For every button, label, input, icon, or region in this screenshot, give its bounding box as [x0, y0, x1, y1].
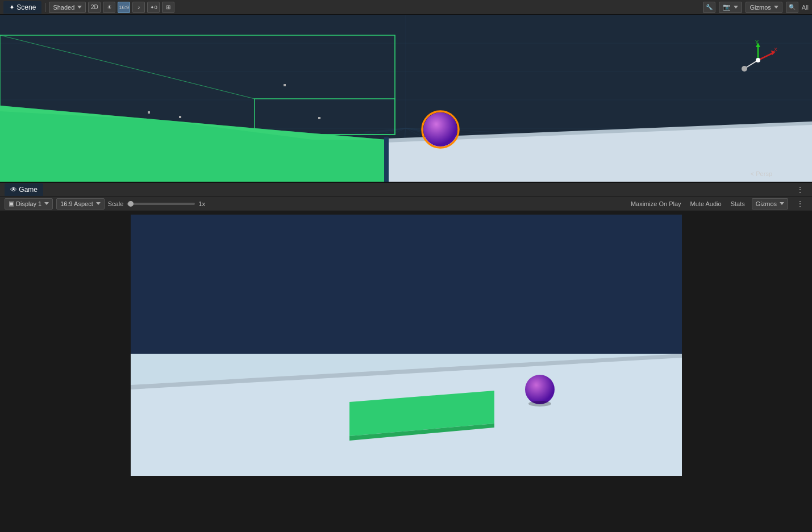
- game-tab-label: Game: [19, 186, 38, 194]
- svg-line-11: [57, 128, 406, 182]
- display-icon: ▣: [9, 200, 14, 207]
- svg-line-20: [406, 128, 812, 162]
- below-game-area: [0, 476, 812, 532]
- game-tab-dots-icon[interactable]: ⋮: [793, 185, 807, 194]
- game-tabbar: 👁 Game ⋮: [0, 182, 812, 196]
- svg-line-23: [0, 128, 406, 174]
- 2d-label: 2D: [91, 4, 98, 10]
- svg-marker-32: [0, 106, 386, 182]
- 2d-button[interactable]: 2D: [88, 2, 101, 13]
- scene-tab-label: Scene: [16, 3, 36, 11]
- svg-point-46: [742, 66, 747, 72]
- scene-tab-icon: ✦: [9, 3, 15, 11]
- maximize-on-play-btn[interactable]: Maximize On Play: [628, 200, 684, 208]
- svg-rect-34: [284, 84, 286, 86]
- camera-icon: 📷: [723, 3, 731, 11]
- svg-line-24: [0, 128, 406, 162]
- svg-rect-38: [384, 137, 389, 182]
- game-panel: 👁 Game ⋮ ▣ Display 1 16:9 Aspect Scale 1…: [0, 182, 812, 532]
- svg-point-47: [756, 58, 760, 62]
- effects-icon: ✦0: [150, 5, 157, 10]
- svg-point-57: [528, 401, 551, 407]
- svg-line-16: [406, 128, 625, 182]
- shaded-dropdown[interactable]: Shaded: [49, 2, 86, 13]
- stats-btn[interactable]: Stats: [728, 200, 747, 208]
- svg-rect-0: [0, 15, 812, 182]
- game-tab-icon: 👁: [10, 186, 17, 194]
- game-gizmos-dropdown[interactable]: Gizmos: [752, 198, 788, 210]
- svg-rect-37: [318, 117, 320, 119]
- audio-icon-btn[interactable]: ♪: [132, 2, 145, 13]
- gizmo-svg: Y X: [738, 40, 778, 80]
- camera-dropdown[interactable]: 📷: [719, 2, 742, 13]
- light-icon: ☀: [107, 4, 112, 10]
- game-canvas: [131, 215, 682, 476]
- gizmos-arrow-icon: [774, 6, 778, 9]
- scale-slider-knob: [128, 201, 134, 207]
- svg-line-19: [0, 128, 406, 182]
- search-icon: 🔍: [789, 4, 796, 10]
- game-toolbar: ▣ Display 1 16:9 Aspect Scale 1x Maximiz…: [0, 196, 812, 211]
- camera-arrow-icon: [734, 6, 738, 9]
- svg-rect-26: [255, 99, 395, 135]
- sep1: [45, 3, 45, 12]
- svg-line-12: [170, 128, 406, 182]
- right-toolbar: Maximize On Play Mute Audio Stats Gizmos…: [628, 198, 807, 210]
- mute-audio-btn[interactable]: Mute Audio: [688, 200, 724, 208]
- svg-rect-35: [148, 111, 150, 114]
- light-icon-btn[interactable]: ☀: [103, 2, 115, 13]
- game-gizmos-arrow-icon: [780, 202, 784, 205]
- aspect-dropdown[interactable]: 16:9 Aspect: [56, 198, 105, 210]
- display-arrow-icon: [44, 202, 49, 205]
- svg-point-40: [423, 112, 457, 146]
- scene-panel: ✦ Scene Shaded 2D ☀ 16:9 ♪ ✦0: [0, 0, 812, 182]
- aspect-btn[interactable]: 16:9: [118, 2, 130, 13]
- svg-line-15: [406, 128, 511, 182]
- grid-icon: ⊞: [166, 4, 170, 10]
- svg-line-21: [406, 128, 812, 145]
- scene-tab[interactable]: ✦ Scene: [3, 1, 41, 14]
- display-label: Display 1: [16, 200, 41, 207]
- game-toolbar-dots-icon[interactable]: ⋮: [793, 199, 807, 208]
- wrench-icon-btn[interactable]: 🔧: [703, 2, 715, 13]
- svg-line-27: [0, 35, 255, 99]
- game-viewport[interactable]: [0, 211, 812, 476]
- scene-tabbar: ✦ Scene Shaded 2D ☀ 16:9 ♪ ✦0: [0, 0, 812, 15]
- gizmos-dropdown[interactable]: Gizmos: [746, 2, 782, 13]
- effects-icon-btn[interactable]: ✦0: [147, 2, 160, 13]
- game-gizmos-label: Gizmos: [756, 200, 777, 207]
- scene-svg: [0, 15, 812, 182]
- scene-viewport[interactable]: Y X < Persp: [0, 15, 812, 182]
- scale-value: 1x: [198, 200, 205, 207]
- all-label: All: [802, 4, 809, 11]
- shaded-label: Shaded: [53, 4, 74, 11]
- aspect-arrow-icon: [96, 202, 101, 205]
- scale-label: Scale: [108, 200, 124, 207]
- svg-point-39: [422, 111, 459, 148]
- svg-point-56: [525, 375, 555, 404]
- svg-marker-30: [386, 123, 812, 182]
- persp-label: < Persp: [751, 170, 772, 177]
- aspect-icon: 16:9: [119, 5, 130, 10]
- grid-icon-btn[interactable]: ⊞: [162, 2, 174, 13]
- svg-line-14: [398, 128, 406, 182]
- svg-marker-33: [0, 106, 386, 140]
- svg-text:Y: Y: [755, 40, 759, 45]
- wrench-icon: 🔧: [706, 4, 713, 10]
- game-tab[interactable]: 👁 Game: [5, 183, 43, 196]
- svg-line-17: [406, 128, 739, 182]
- shaded-arrow-icon: [77, 6, 82, 9]
- audio-icon: ♪: [138, 4, 140, 10]
- svg-line-43: [758, 53, 773, 60]
- display-dropdown[interactable]: ▣ Display 1: [5, 198, 53, 210]
- game-canvas-svg: [131, 215, 682, 476]
- gizmo-widget[interactable]: Y X: [738, 40, 778, 80]
- search-icon-btn[interactable]: 🔍: [786, 2, 798, 13]
- scale-slider[interactable]: [127, 203, 195, 205]
- svg-rect-36: [179, 116, 181, 118]
- svg-text:X: X: [774, 47, 777, 52]
- svg-rect-25: [0, 35, 395, 135]
- svg-marker-31: [386, 122, 812, 143]
- aspect-label: 16:9 Aspect: [60, 200, 93, 207]
- gizmos-label: Gizmos: [749, 4, 771, 11]
